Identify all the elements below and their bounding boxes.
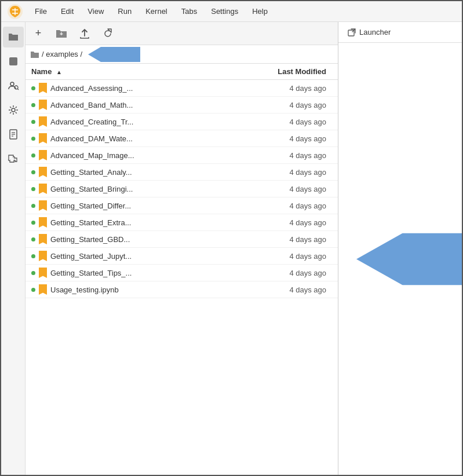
notebook-bookmark-icon	[39, 284, 47, 295]
table-row[interactable]: Advanced_Band_Math... 4 days ago	[25, 97, 338, 113]
document-icon	[8, 129, 19, 140]
upload-button[interactable]	[76, 25, 93, 42]
file-name: Getting_Started_Analy...	[50, 168, 132, 177]
main-layout: + +	[1, 22, 462, 476]
notebook-bookmark-icon	[39, 116, 47, 127]
file-name: Advanced_Map_Image...	[50, 151, 134, 160]
file-name: Getting_Started_Bringi...	[50, 185, 133, 193]
refresh-button[interactable]	[100, 25, 116, 42]
file-modified: 4 days ago	[228, 281, 338, 298]
svg-line-4	[17, 89, 19, 90]
table-row[interactable]: Advanced_Creating_Tr... 4 days ago	[25, 113, 338, 130]
file-modified: 4 days ago	[228, 130, 338, 147]
table-row[interactable]: Advanced_Map_Image... 4 days ago	[25, 147, 338, 164]
column-name[interactable]: Name ▲	[25, 64, 228, 80]
refresh-icon	[102, 28, 114, 39]
file-name: Advanced_Band_Math...	[50, 101, 133, 109]
table-header: Name ▲ Last Modified	[25, 64, 338, 80]
table-row[interactable]: Getting_Started_Extra... 4 days ago	[25, 214, 338, 231]
menu-file[interactable]: File	[29, 5, 53, 18]
sidebar-item-settings[interactable]	[3, 100, 24, 120]
sidebar-item-page[interactable]	[3, 124, 24, 145]
file-modified: 4 days ago	[228, 214, 338, 231]
app-logo	[7, 3, 23, 20]
notebook-bookmark-icon	[39, 234, 47, 244]
breadcrumb-path: / examples /	[42, 50, 82, 58]
launcher-tab[interactable]: Launcher	[338, 22, 462, 43]
svg-rect-1	[9, 57, 17, 65]
new-file-button[interactable]: +	[30, 25, 46, 42]
sidebar-item-extensions[interactable]	[3, 148, 24, 169]
file-modified: 4 days ago	[228, 197, 338, 214]
notebook-bookmark-icon	[39, 217, 47, 228]
notebook-bookmark-icon	[39, 133, 47, 144]
table-row[interactable]: Getting_Started_GBD... 4 days ago	[25, 231, 338, 248]
status-dot	[31, 271, 35, 275]
table-row[interactable]: Advanced_Assessing_... 4 days ago	[25, 80, 338, 97]
launcher-tab-label: Launcher	[359, 28, 391, 36]
file-name: Usage_testing.ipynb	[50, 285, 119, 294]
table-row[interactable]: Getting_Started_Differ... 4 days ago	[25, 197, 338, 214]
menu-settings[interactable]: Settings	[205, 5, 244, 18]
menu-edit[interactable]: Edit	[55, 5, 79, 18]
new-folder-button[interactable]: +	[53, 25, 70, 42]
column-modified[interactable]: Last Modified	[228, 64, 338, 80]
notebook-bookmark-icon	[39, 268, 47, 278]
menu-help[interactable]: Help	[246, 5, 274, 18]
file-list: Name ▲ Last Modified Advanced_Assessing_…	[25, 64, 338, 476]
file-name: Getting_Started_Jupyt...	[50, 252, 132, 261]
file-modified: 4 days ago	[228, 231, 338, 248]
status-dot	[31, 103, 35, 107]
sidebar-item-search[interactable]	[3, 75, 24, 96]
new-folder-icon: +	[55, 27, 68, 40]
table-row[interactable]: Usage_testing.ipynb 4 days ago	[25, 281, 338, 298]
menu-tabs[interactable]: Tabs	[176, 5, 203, 18]
notebook-bookmark-icon	[39, 83, 47, 93]
status-dot	[31, 237, 35, 241]
status-dot	[31, 254, 35, 258]
file-name: Getting_Started_Tips_...	[50, 269, 132, 277]
status-dot	[31, 288, 35, 292]
table-row[interactable]: Advanced_DAM_Wate... 4 days ago	[25, 130, 338, 147]
sidebar-item-files[interactable]	[3, 27, 24, 47]
menu-view[interactable]: View	[82, 5, 110, 18]
file-modified: 4 days ago	[228, 164, 338, 181]
folder-icon	[8, 31, 19, 43]
notebook-bookmark-icon	[39, 251, 47, 261]
external-link-icon	[348, 28, 356, 36]
svg-point-5	[12, 108, 15, 112]
file-modified: 4 days ago	[228, 97, 338, 113]
file-modified: 4 days ago	[228, 147, 338, 164]
file-name: Getting_Started_GBD...	[50, 235, 130, 244]
table-row[interactable]: Getting_Started_Bringi... 4 days ago	[25, 181, 338, 197]
file-modified: 4 days ago	[228, 80, 338, 97]
file-name: Advanced_Creating_Tr...	[50, 118, 133, 126]
svg-point-2	[10, 82, 14, 86]
file-name: Advanced_DAM_Wate...	[50, 134, 133, 143]
svg-text:+: +	[60, 31, 63, 37]
file-toolbar: + +	[25, 22, 338, 45]
file-modified: 4 days ago	[228, 181, 338, 197]
table-row[interactable]: Getting_Started_Analy... 4 days ago	[25, 164, 338, 181]
notebook-bookmark-icon	[39, 150, 47, 160]
status-dot	[31, 187, 35, 191]
icon-sidebar	[1, 22, 25, 476]
gear-icon	[8, 104, 19, 116]
table-row[interactable]: Getting_Started_Tips_... 4 days ago	[25, 265, 338, 281]
file-panel: + +	[25, 22, 338, 476]
menu-kernel[interactable]: Kernel	[140, 5, 173, 18]
file-modified: 4 days ago	[228, 113, 338, 130]
menubar: File Edit View Run Kernel Tabs Settings …	[1, 1, 462, 22]
table-row[interactable]: Getting_Started_Jupyt... 4 days ago	[25, 248, 338, 265]
file-modified: 4 days ago	[228, 248, 338, 265]
menu-run[interactable]: Run	[112, 5, 137, 18]
folder-breadcrumb-icon	[30, 50, 39, 58]
breadcrumb-back-arrow[interactable]	[88, 47, 140, 62]
notebook-bookmark-icon	[39, 184, 47, 194]
file-name: Advanced_Assessing_...	[50, 84, 133, 93]
file-name: Getting_Started_Extra...	[50, 218, 131, 227]
file-name: Getting_Started_Differ...	[50, 202, 131, 210]
status-dot	[31, 153, 35, 158]
sidebar-item-stop[interactable]	[3, 51, 24, 72]
stop-icon	[8, 56, 19, 67]
